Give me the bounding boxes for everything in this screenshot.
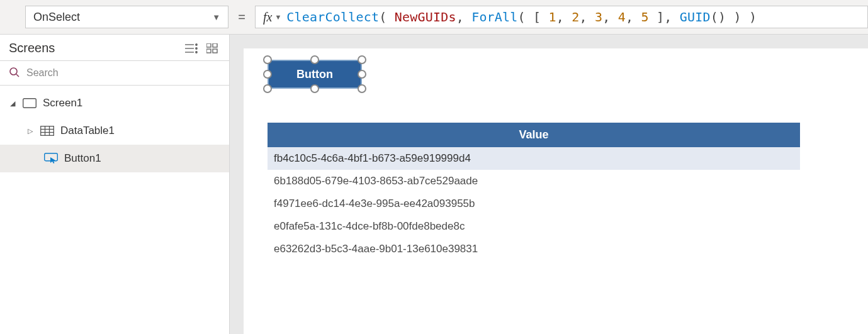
resize-handle[interactable] bbox=[310, 55, 319, 64]
resize-handle[interactable] bbox=[358, 84, 366, 93]
property-dropdown[interactable]: OnSelect ▼ bbox=[25, 6, 228, 28]
formula-input[interactable]: ClearCollect( NewGUIDs, ForAll( [ 1, 2, … bbox=[286, 9, 757, 25]
resize-handle[interactable] bbox=[263, 84, 272, 93]
datatable-control[interactable]: Value fb4c10c5-4c6a-4bf1-b673-a59e919999… bbox=[268, 123, 800, 260]
list-view-icon[interactable] bbox=[185, 43, 198, 53]
tree-item-label: DataTable1 bbox=[60, 125, 115, 137]
svg-rect-8 bbox=[206, 49, 211, 53]
resize-handle[interactable] bbox=[263, 55, 272, 64]
resize-handle[interactable] bbox=[310, 84, 319, 93]
selected-control-frame[interactable]: Button bbox=[268, 60, 362, 89]
svg-line-11 bbox=[16, 74, 19, 77]
design-canvas[interactable]: Button Value fb4c10c5-4c6a-4bf1-b673-a59… bbox=[230, 35, 868, 334]
svg-rect-12 bbox=[23, 99, 37, 108]
search-input[interactable] bbox=[26, 67, 220, 79]
search-icon bbox=[9, 67, 20, 80]
chevron-down-icon: ▼ bbox=[212, 13, 220, 22]
expand-icon[interactable]: ▷ bbox=[26, 127, 34, 135]
tree-item-label: Screen1 bbox=[43, 97, 82, 109]
equals-label: = bbox=[228, 10, 255, 25]
formula-input-container: fx ▼ ClearCollect( NewGUIDs, ForAll( [ 1… bbox=[255, 6, 868, 28]
table-row[interactable]: f4971ee6-dc14-4e3e-995a-ee42a093955b bbox=[268, 192, 800, 215]
search-box[interactable] bbox=[0, 60, 229, 86]
svg-rect-6 bbox=[206, 43, 211, 47]
tree-item-button1[interactable]: Button1 bbox=[0, 145, 229, 172]
svg-rect-13 bbox=[41, 126, 54, 136]
property-dropdown-value: OnSelect bbox=[33, 11, 80, 24]
tree-item-label: Button1 bbox=[64, 152, 101, 165]
svg-point-3 bbox=[196, 43, 197, 45]
tree-item-datatable1[interactable]: ▷ DataTable1 bbox=[0, 117, 229, 145]
resize-handle[interactable] bbox=[358, 55, 366, 64]
grid-view-icon[interactable] bbox=[206, 43, 218, 53]
tree-item-screen1[interactable]: ◢ Screen1 bbox=[0, 89, 229, 117]
button-icon bbox=[44, 153, 58, 164]
svg-point-5 bbox=[196, 51, 197, 52]
svg-point-10 bbox=[10, 68, 17, 75]
panel-title: Screens bbox=[9, 41, 55, 55]
svg-point-4 bbox=[196, 47, 197, 48]
svg-rect-7 bbox=[213, 43, 217, 47]
datatable-header[interactable]: Value bbox=[268, 123, 800, 147]
table-row[interactable]: fb4c10c5-4c6a-4bf1-b673-a59e919999d4 bbox=[268, 147, 800, 170]
screen-icon bbox=[23, 98, 37, 108]
fx-icon: fx bbox=[263, 10, 272, 25]
chevron-down-icon: ▼ bbox=[274, 13, 281, 21]
resize-handle[interactable] bbox=[358, 70, 366, 79]
table-row[interactable]: e0fafe5a-131c-4dce-bf8b-00fde8bede8c bbox=[268, 215, 800, 238]
table-row[interactable]: 6b188d05-679e-4103-8653-ab7ce529aade bbox=[268, 170, 800, 192]
collapse-icon[interactable]: ◢ bbox=[9, 99, 16, 108]
tree-view-panel: Screens ◢ Screen1 bbox=[0, 35, 230, 334]
screens-tree: ◢ Screen1 ▷ DataTable1 Button1 bbox=[0, 86, 229, 172]
resize-handle[interactable] bbox=[263, 70, 272, 79]
svg-rect-9 bbox=[213, 49, 217, 53]
formula-bar: OnSelect ▼ = fx ▼ ClearCollect( NewGUIDs… bbox=[0, 0, 868, 35]
table-row[interactable]: e63262d3-b5c3-4aae-9b01-13e610e39831 bbox=[268, 238, 800, 260]
fx-dropdown[interactable]: fx ▼ bbox=[263, 10, 281, 25]
button-control-label: Button bbox=[296, 68, 333, 81]
datatable-icon bbox=[40, 126, 54, 136]
